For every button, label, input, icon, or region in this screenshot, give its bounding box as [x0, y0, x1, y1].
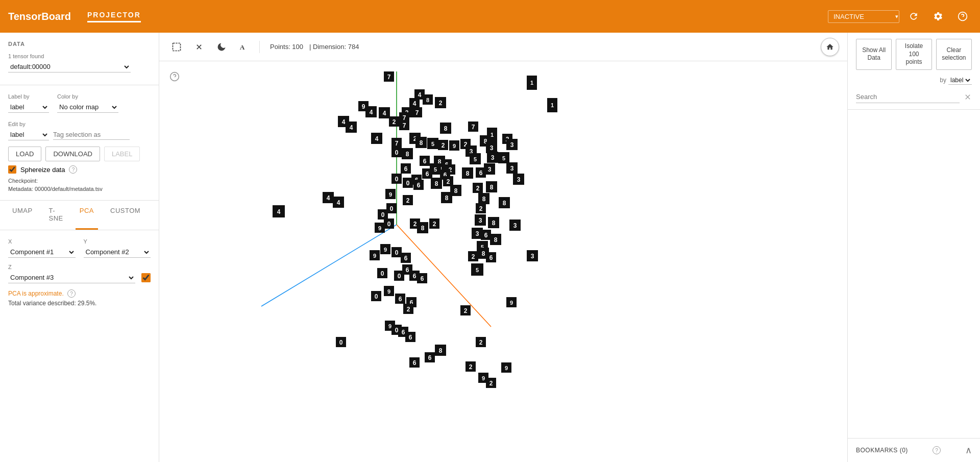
point-7b[interactable]: 7 [412, 107, 422, 117]
selection-rect-button[interactable] [167, 38, 186, 56]
point-8j[interactable]: 8 [486, 181, 497, 192]
night-mode-button[interactable] [212, 38, 231, 56]
point-3f[interactable]: 3 [506, 162, 518, 174]
y-axis-select[interactable]: Component #1 Component #2 Component #3 [84, 247, 151, 258]
show-all-button[interactable]: Show All Data [856, 39, 892, 70]
edit-by-select[interactable]: label [8, 129, 49, 140]
point-8r[interactable]: 8 [435, 345, 446, 356]
point-7[interactable]: 7 [384, 71, 394, 82]
sphereize-label[interactable]: Sphereize data [20, 166, 65, 174]
point-9f[interactable]: 9 [370, 250, 380, 260]
point-9e[interactable]: 9 [380, 244, 390, 254]
point-2e[interactable]: 2 [438, 140, 448, 150]
point-3b[interactable]: 3 [486, 142, 497, 153]
isolate-points-button[interactable]: Isolate 100 points [896, 39, 932, 70]
tab-tsne[interactable]: T-SNE [45, 201, 67, 230]
point-8p[interactable]: 8 [490, 234, 501, 245]
point-8g[interactable]: 8 [462, 167, 473, 179]
point-4d[interactable]: 4 [379, 107, 390, 118]
help-button[interactable] [953, 7, 972, 26]
point-6t[interactable]: 6 [409, 357, 420, 368]
point-9j[interactable]: 9 [501, 362, 511, 373]
point-6c[interactable]: 6 [401, 163, 411, 174]
point-4i[interactable]: 4 [333, 197, 344, 208]
point-3e[interactable]: 3 [484, 163, 495, 175]
point-0c[interactable]: 0 [403, 178, 413, 188]
load-button[interactable]: Load [8, 147, 41, 161]
point-8h[interactable]: 8 [431, 178, 442, 189]
point-6j[interactable]: 6 [401, 253, 411, 263]
point-7e[interactable]: 7 [468, 121, 478, 132]
point-8b[interactable]: 8 [440, 123, 451, 134]
point-3c[interactable]: 3 [506, 139, 518, 150]
refresh-button[interactable] [904, 7, 923, 26]
point-8a[interactable]: 8 [423, 94, 433, 105]
point-0b[interactable]: 0 [391, 174, 402, 184]
point-0e[interactable]: 0 [378, 209, 388, 220]
point-9b[interactable]: 9 [449, 140, 459, 151]
label-toggle-button[interactable]: A [235, 38, 253, 56]
point-3h[interactable]: 3 [475, 214, 486, 226]
x-axis-select[interactable]: Component #1 Component #2 Component #3 [8, 247, 76, 258]
point-3k[interactable]: 3 [527, 250, 538, 261]
color-by-select[interactable]: No color map [57, 102, 118, 113]
point-2p[interactable]: 2 [403, 304, 413, 314]
label-by-select[interactable]: label [8, 102, 49, 113]
tab-custom[interactable]: CUSTOM [106, 201, 144, 230]
point-8k[interactable]: 8 [441, 192, 452, 203]
point-2o[interactable]: 2 [468, 251, 478, 261]
search-input[interactable] [856, 91, 960, 103]
search-by-select[interactable]: label [948, 76, 972, 85]
point-8o[interactable]: 8 [488, 217, 499, 228]
tag-input[interactable] [53, 130, 130, 140]
point-0a[interactable]: 0 [391, 147, 402, 157]
point-8n[interactable]: 8 [417, 222, 428, 233]
scatter-plot[interactable]: 7 4 2 4 8 1 1 9 4 4 2 7 7 4 4 2 7 8 7 [159, 61, 847, 462]
point-2q[interactable]: 2 [460, 305, 471, 315]
point-9h[interactable]: 9 [506, 297, 517, 307]
point-1b[interactable]: 1 [547, 98, 557, 112]
point-0h[interactable]: 0 [377, 268, 387, 278]
point-2r[interactable]: 2 [476, 337, 486, 347]
point-3g[interactable]: 3 [513, 174, 524, 185]
point-9g[interactable]: 9 [384, 286, 394, 296]
point-8c[interactable]: 8 [415, 137, 427, 148]
settings-button[interactable] [929, 7, 947, 26]
z-enable-checkbox[interactable] [141, 273, 151, 282]
point-6n[interactable]: 6 [417, 273, 427, 283]
tab-pca[interactable]: PCA [76, 201, 98, 230]
point-4h[interactable]: 4 [323, 192, 334, 203]
point-9c[interactable]: 9 [385, 189, 396, 199]
point-2n[interactable]: 2 [429, 218, 439, 229]
point-4f[interactable]: 4 [346, 121, 357, 133]
bookmarks-help-icon[interactable]: ? [933, 446, 941, 454]
point-2s[interactable]: 2 [465, 361, 476, 372]
point-6a[interactable]: 6 [420, 156, 430, 166]
point-0j[interactable]: 0 [371, 291, 381, 301]
point-7d[interactable]: 7 [399, 120, 409, 130]
bookmarks-expand-icon[interactable]: ∧ [965, 445, 972, 456]
point-6h[interactable]: 6 [413, 180, 424, 190]
point-2a[interactable]: 2 [435, 97, 446, 108]
point-4j[interactable]: 4 [273, 205, 285, 217]
sphereize-help-icon[interactable]: ? [69, 165, 77, 174]
point-9d[interactable]: 9 [375, 223, 385, 233]
point-0g[interactable]: 0 [391, 247, 402, 257]
point-0f[interactable]: 0 [384, 218, 394, 229]
z-axis-select[interactable]: Component #1 Component #2 Component #3 [8, 272, 135, 283]
point-8m[interactable]: 8 [499, 197, 510, 208]
point-5c[interactable]: 5 [498, 152, 509, 163]
point-4g[interactable]: 4 [371, 133, 382, 144]
sphereize-checkbox[interactable] [8, 165, 16, 174]
point-6i[interactable]: 6 [481, 230, 491, 240]
point-6d[interactable]: 6 [422, 168, 432, 179]
point-8e[interactable]: 8 [402, 148, 413, 159]
point-6k[interactable]: 6 [486, 252, 496, 262]
point-3i[interactable]: 3 [509, 220, 521, 231]
point-5f[interactable]: 5 [471, 263, 483, 276]
status-select[interactable]: INACTIVE ACTIVE [828, 10, 899, 23]
download-button[interactable]: Download [45, 147, 100, 161]
point-2c[interactable]: 2 [389, 116, 399, 127]
point-6o[interactable]: 6 [395, 294, 405, 304]
point-6s[interactable]: 6 [425, 352, 435, 362]
